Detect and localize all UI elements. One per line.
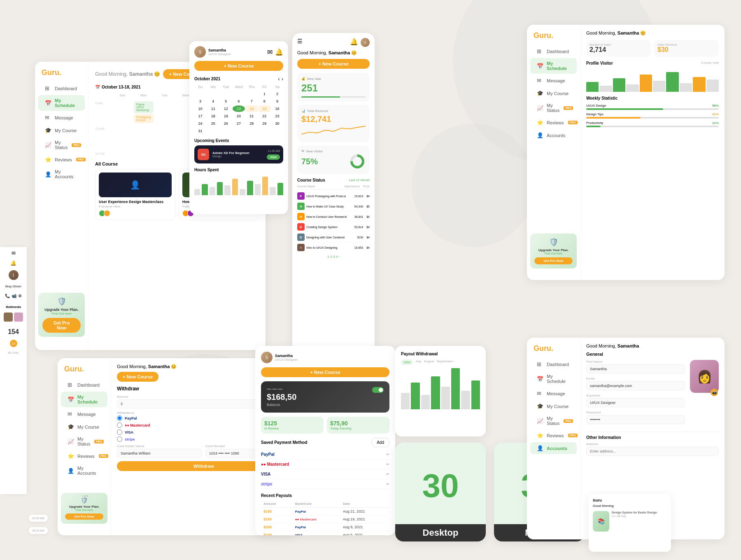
sidebar-item-schedule[interactable]: 📅 My Schedule: [38, 95, 85, 111]
first-name-input[interactable]: [586, 364, 685, 373]
new-course-btn-cal[interactable]: + New Course: [194, 61, 283, 71]
get-pro-button[interactable]: Get Pro Now: [42, 318, 81, 333]
payout-chart-card: Payout Withdrawal June July August Septe…: [395, 346, 486, 436]
cal-avatar: S: [194, 46, 206, 58]
link-text: Link: [82, 494, 89, 498]
phone-icon: 📞: [5, 294, 10, 298]
password-field: Password: [586, 411, 685, 424]
acc-dashboard[interactable]: ⊞Dashboard: [530, 358, 577, 370]
edit-icon-1: ✏: [386, 452, 389, 457]
sidebar-item-message[interactable]: ✉ Message: [38, 112, 85, 124]
analytics-sidebar: Guru. ⊞Dashboard 📅My Schedule ✉Message 🎓…: [527, 25, 580, 280]
upcoming-event[interactable]: XD Adobe XD For Beginner Design 11.00 AM…: [194, 145, 283, 163]
cal-next[interactable]: ›: [282, 76, 283, 82]
email-input[interactable]: [586, 381, 685, 390]
tab-june[interactable]: June: [401, 359, 413, 365]
logo: Guru.: [35, 68, 88, 82]
get-pro-btn-3[interactable]: Get Pro Now: [65, 513, 103, 520]
media-1: [4, 313, 13, 322]
expertise-input[interactable]: [586, 398, 685, 407]
camera-icon[interactable]: 📷: [711, 389, 718, 396]
course-title-1: User Experience Design Masterclass: [99, 200, 172, 204]
acc-status[interactable]: 📈My StatusPRO: [530, 413, 577, 429]
acc-course[interactable]: 🎓My Course: [530, 400, 577, 412]
an-course[interactable]: 🎓My Course: [530, 87, 577, 99]
course-row-2[interactable]: H How to Make UX Case Study 64,342 $5: [297, 201, 370, 212]
bar-2: [202, 184, 207, 196]
acc-schedule[interactable]: 📅My Schedule: [530, 371, 577, 387]
card-holder-input[interactable]: [117, 449, 202, 458]
an-accounts[interactable]: 👤Accounts: [530, 129, 577, 141]
tab-september[interactable]: September ›: [437, 359, 455, 365]
hours-title: Hours Spent: [194, 168, 283, 172]
msg-icon: ✉: [267, 48, 273, 56]
mobile-msg-icon: ✉: [12, 250, 16, 256]
schedule-icon: 📅: [45, 100, 51, 106]
link-item-1[interactable]: 04:55 AM: [29, 515, 48, 522]
an-dashboard[interactable]: ⊞Dashboard: [530, 45, 577, 57]
pay-method-visa[interactable]: VISA ✏: [261, 469, 389, 479]
an-status[interactable]: 📈My StatusPRO: [530, 100, 577, 116]
sidebar-item-status[interactable]: 📈 My Status PRO: [38, 137, 85, 153]
pagination[interactable]: 1 2 3 4 ›: [297, 255, 370, 259]
saved-pay-header: Saved Payment Method Add: [261, 438, 389, 447]
cal-topbar: S Samantha UI/UX Designer ✉ 🔔: [194, 46, 283, 58]
an-reviews[interactable]: ⭐ReviewsPRO: [530, 117, 577, 128]
hamburger-icon[interactable]: ☰: [297, 38, 303, 47]
sidebar-item-dashboard[interactable]: ⊞ Dashboard: [38, 82, 85, 94]
course-card-1[interactable]: 👤 User Experience Design Masterclass Ful…: [95, 169, 175, 220]
acc-reviews[interactable]: ⭐ReviewsPRO: [530, 429, 577, 441]
find-out-link[interactable]: Find Out here: [42, 312, 81, 315]
sidebar-item-course[interactable]: 🎓 My Course: [38, 124, 85, 136]
edit-icon-4: ✏: [386, 482, 389, 486]
bell-icon-2: 🔔: [275, 48, 283, 56]
wd-message[interactable]: ✉Message: [61, 408, 107, 420]
sidebar-item-reviews[interactable]: ⭐ Reviews PRO: [38, 154, 85, 166]
wd-schedule[interactable]: 📅My Schedule: [61, 392, 107, 407]
greeting-main: Good Morning, Samantha 😊: [95, 71, 160, 77]
pay-method-paypal[interactable]: PayPal ✏: [261, 450, 389, 460]
course-row-3[interactable]: H How to Conduct User Research 38,841 $4: [297, 212, 370, 222]
desktop-num: 30: [422, 469, 459, 502]
bar-7: [240, 189, 245, 195]
course-row-6[interactable]: I Intro to UI/UX Designing 18,853 $4: [297, 243, 370, 252]
link-item-2[interactable]: 08:23 AM: [29, 527, 48, 534]
wd-reviews[interactable]: ⭐ReviewsPRO: [61, 450, 107, 462]
profile-avatar-section: 👩 📷: [690, 360, 719, 427]
course-row-5[interactable]: D Designing with User Centered 3CM $4: [297, 232, 370, 243]
cal-prev[interactable]: ‹: [278, 76, 280, 82]
desktop-label: Desktop: [395, 524, 486, 541]
an-message[interactable]: ✉Message: [530, 75, 577, 86]
wd-accounts[interactable]: 👤My Accounts: [61, 463, 107, 478]
accounts-label: Accounts: [547, 446, 567, 451]
in-review-label: In Review: [264, 427, 320, 430]
course-row-4[interactable]: D Creating Design System 53,814 $4: [297, 222, 370, 232]
new-course-wd[interactable]: + New Course: [117, 372, 158, 382]
upcoming-section: Upcoming Events XD Adobe XD For Beginner…: [194, 138, 283, 163]
acc-accounts[interactable]: 👤Accounts: [530, 442, 577, 454]
sidebar-item-accounts[interactable]: 👤 My Accounts: [38, 166, 85, 182]
new-course-pay[interactable]: + New Course: [261, 367, 389, 377]
shield-icon: 🛡️: [42, 297, 81, 306]
dashboard-icon: ⊞: [45, 85, 51, 91]
new-course-mobile[interactable]: + New Course: [297, 59, 370, 69]
an-schedule[interactable]: 📅My Schedule: [530, 58, 577, 74]
media-2: [14, 313, 23, 322]
get-pro-btn-2[interactable]: Get Pro Now: [534, 257, 573, 264]
course-icon: 🎓: [45, 127, 51, 133]
course-row-1[interactable]: P UI/UX Prototyping with Proto.io 15,813…: [297, 191, 370, 201]
tab-august[interactable]: August: [424, 359, 434, 365]
address-input[interactable]: [586, 447, 719, 456]
add-method-btn[interactable]: Add: [371, 438, 389, 447]
tab-july[interactable]: July: [415, 359, 421, 365]
password-input[interactable]: [586, 415, 685, 424]
mobile-bell-icon: 🔔: [10, 260, 16, 266]
acc-message[interactable]: ✉Message: [530, 387, 577, 399]
view-button[interactable]: View: [267, 154, 280, 160]
pay-method-mc[interactable]: ●● Mastercard ✏: [261, 460, 389, 469]
wd-dashboard[interactable]: ⊞Dashboard: [61, 379, 107, 391]
wd-status[interactable]: 📈My StatusPRO: [61, 434, 107, 449]
wd-course[interactable]: 🎓My Course: [61, 421, 107, 433]
toggle-switch[interactable]: [372, 387, 384, 393]
pay-method-stripe[interactable]: stripe ✏: [261, 479, 389, 489]
